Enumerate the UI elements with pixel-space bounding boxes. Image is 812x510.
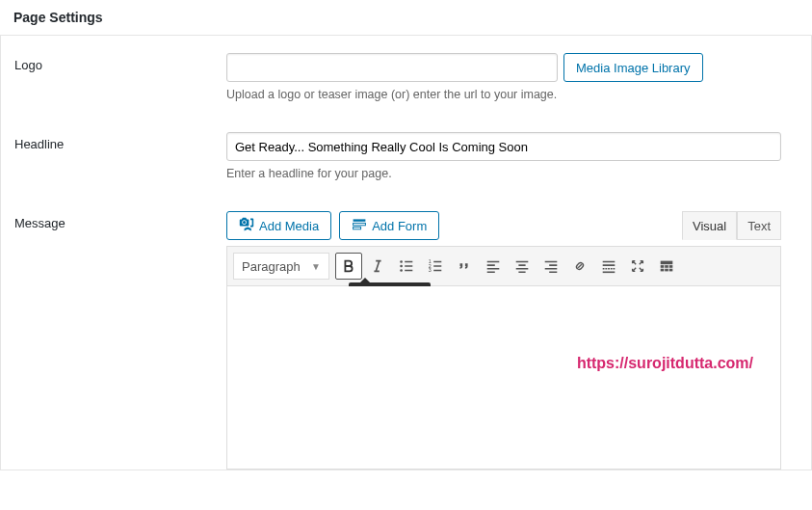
svg-rect-14 (665, 269, 668, 272)
add-form-label: Add Form (372, 219, 427, 233)
svg-point-4 (400, 265, 403, 268)
svg-rect-2 (354, 227, 361, 228)
svg-rect-11 (665, 265, 668, 268)
svg-rect-13 (661, 269, 665, 272)
link-button[interactable] (566, 253, 593, 280)
media-image-library-button[interactable]: Media Image Library (563, 53, 703, 82)
svg-rect-10 (661, 265, 665, 268)
headline-label: Headline (14, 137, 64, 151)
svg-rect-9 (661, 261, 673, 265)
unordered-list-button[interactable] (393, 253, 420, 280)
form-icon (352, 217, 367, 235)
add-form-button[interactable]: Add Form (339, 211, 439, 240)
panel-title: Page Settings (0, 0, 812, 36)
watermark-text: https://surojitdutta.com/ (577, 355, 753, 372)
blockquote-button[interactable] (451, 253, 478, 280)
align-center-button[interactable] (509, 253, 536, 280)
align-left-button[interactable] (480, 253, 507, 280)
bold-button[interactable] (335, 253, 362, 280)
align-right-button[interactable] (537, 253, 564, 280)
svg-rect-12 (669, 265, 673, 268)
add-media-label: Add Media (259, 219, 319, 233)
headline-input[interactable] (226, 132, 781, 161)
svg-rect-1 (354, 223, 366, 225)
logo-input[interactable] (226, 53, 558, 82)
svg-point-3 (400, 260, 403, 263)
italic-button[interactable] (364, 253, 391, 280)
tab-text[interactable]: Text (737, 211, 781, 240)
add-media-button[interactable]: Add Media (226, 211, 331, 240)
headline-help: Enter a headline for your page. (226, 167, 798, 180)
fullscreen-button[interactable] (624, 253, 651, 280)
svg-text:3: 3 (429, 267, 432, 273)
camera-music-icon (239, 217, 254, 235)
row-message: Message Add Media Add Form Vi (14, 211, 798, 470)
svg-rect-0 (354, 219, 366, 221)
tab-visual[interactable]: Visual (682, 211, 737, 240)
insert-more-button[interactable] (595, 253, 622, 280)
message-label: Message (14, 216, 65, 230)
ordered-list-button[interactable]: 123 (422, 253, 449, 280)
format-dropdown[interactable]: Paragraph ▼ (233, 253, 329, 280)
toolbar-toggle-button[interactable] (653, 253, 680, 280)
row-logo: Logo Media Image Library Upload a logo o… (14, 53, 798, 101)
editor-content[interactable]: https://surojitdutta.com/ (226, 286, 781, 470)
logo-help: Upload a logo or teaser image (or) enter… (226, 88, 798, 101)
chevron-down-icon: ▼ (311, 261, 321, 272)
logo-label: Logo (14, 58, 42, 72)
editor-toolbar: Paragraph ▼ 123 (226, 246, 781, 286)
row-headline: Headline Enter a headline for your page. (14, 132, 798, 180)
format-dropdown-label: Paragraph (242, 259, 301, 274)
svg-point-5 (400, 269, 403, 272)
svg-rect-15 (669, 269, 673, 272)
